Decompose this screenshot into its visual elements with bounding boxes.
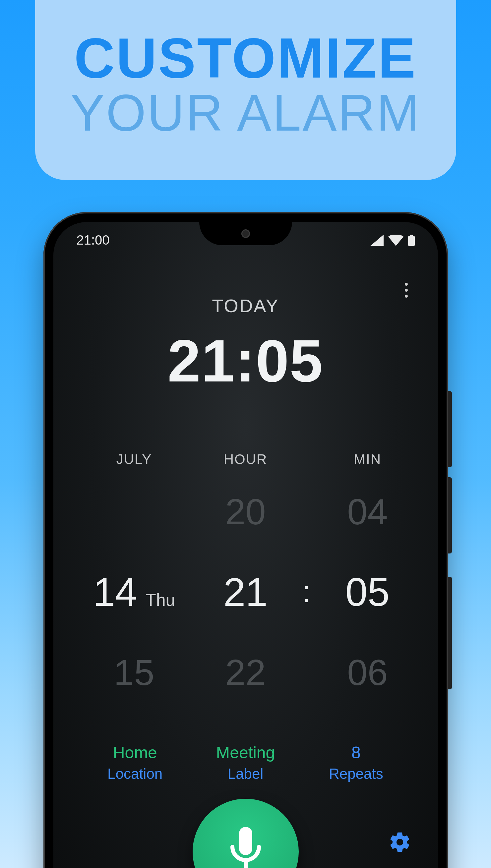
volume-down-button[interactable] <box>448 477 452 553</box>
picker-row-next[interactable]: 15 22 : 06 <box>73 651 418 693</box>
voice-fab-button[interactable] <box>193 799 299 868</box>
meta-repeats-value: 8 <box>301 743 411 762</box>
meta-location-value: Home <box>80 743 190 762</box>
banner-line2: YOUR ALARM <box>49 86 443 140</box>
meta-label-value: Meeting <box>190 743 301 762</box>
power-button[interactable] <box>448 577 452 689</box>
meta-repeats-caption: Repeats <box>301 766 411 782</box>
gear-icon <box>388 831 411 854</box>
picker-active-hour: 21 <box>195 569 296 615</box>
phone-frame: 21:00 TODAY 21:05 JULY HOUR MIN <box>44 212 448 868</box>
today-label: TODAY <box>53 295 438 317</box>
meta-repeats[interactable]: 8 Repeats <box>301 743 411 782</box>
picker-row-prev[interactable]: 20 : 04 <box>73 490 418 533</box>
meta-label[interactable]: Meeting Label <box>190 743 301 782</box>
microphone-icon <box>227 827 264 868</box>
svg-rect-2 <box>239 827 252 855</box>
picker-next-min: 06 <box>317 651 418 693</box>
banner-line1: CUSTOMIZE <box>49 30 443 86</box>
picker-header-date: JULY <box>73 451 195 467</box>
picker-header-min: MIN <box>317 451 418 467</box>
meta-location-caption: Location <box>80 766 190 782</box>
picker-prev-min: 04 <box>317 490 418 533</box>
picker-colon: : <box>296 575 317 609</box>
volume-up-button[interactable] <box>448 391 452 467</box>
picker-prev-hour: 20 <box>195 490 296 533</box>
picker-active-min: 05 <box>317 569 418 615</box>
picker-active-dow: Thu <box>146 590 175 610</box>
picker-header-hour: HOUR <box>195 451 296 467</box>
picker-row-active[interactable]: 14 Thu 21 : 05 <box>73 569 418 615</box>
alarm-time-display: 21:05 <box>53 326 438 395</box>
picker-next-date: 15 <box>73 651 195 693</box>
svg-rect-3 <box>244 860 248 868</box>
picker-next-hour: 22 <box>195 651 296 693</box>
promo-banner: CUSTOMIZE YOUR ALARM <box>35 0 456 180</box>
phone-screen: 21:00 TODAY 21:05 JULY HOUR MIN <box>53 222 438 868</box>
settings-button[interactable] <box>388 831 411 855</box>
meta-label-caption: Label <box>190 766 301 782</box>
meta-location[interactable]: Home Location <box>80 743 190 782</box>
time-picker[interactable]: JULY HOUR MIN 20 : 04 14 Thu 21 <box>53 451 438 693</box>
overflow-menu-button[interactable] <box>398 282 415 298</box>
picker-active-date: 14 <box>93 569 137 615</box>
